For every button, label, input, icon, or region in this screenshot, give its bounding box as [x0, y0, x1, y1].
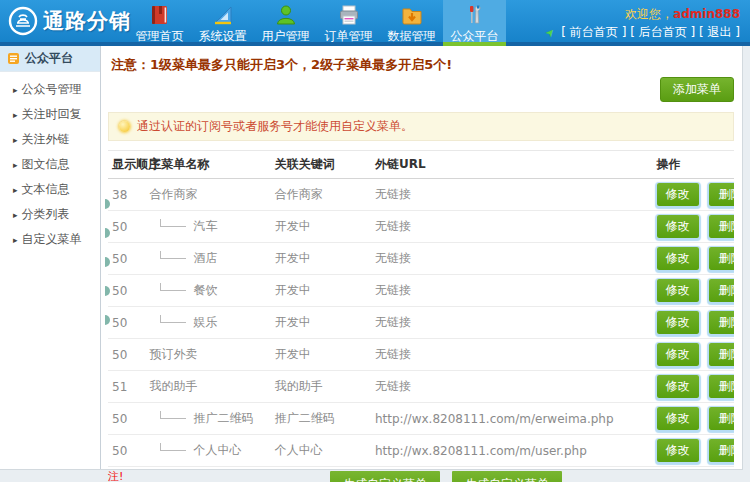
panel-icon — [7, 52, 20, 65]
green-arrow-icon: ➤ — [541, 24, 561, 43]
cell-actions: 修改 删除 — [653, 339, 734, 371]
cell-url: http://wx.8208111.com/m/user.php — [371, 435, 653, 467]
tools-icon — [463, 3, 487, 27]
link-back-home[interactable]: [ 后台首页 ] — [630, 25, 695, 39]
delete-button[interactable]: 删除 — [709, 343, 734, 366]
note-line: 注! — [108, 471, 326, 482]
tree-branch-icon — [160, 219, 186, 227]
tree-branch-icon — [160, 411, 186, 419]
table-row: 50 汽车 开发中 无链接 修改 删除 — [108, 211, 734, 243]
cell-actions: 修改 删除 — [653, 243, 734, 275]
sidebar-menu: ▸公众号管理 ▸关注时回复 ▸关注外链 ▸图文信息 ▸文本信息 ▸分类列表 ▸自… — [0, 72, 100, 252]
content-area: 公众平台 ▸公众号管理 ▸关注时回复 ▸关注外链 ▸图文信息 ▸文本信息 ▸分类… — [0, 46, 743, 470]
top-header: 通路分销 管理首页 系统设置 用户管理 — [0, 0, 750, 46]
nav-item-user-management[interactable]: 用户管理 — [254, 0, 317, 46]
cell-keyword: 推广二维码 — [271, 403, 371, 435]
delete-button[interactable]: 删除 — [709, 247, 734, 270]
cell-menu-name: 酒店 — [146, 243, 271, 275]
book-icon — [148, 3, 172, 27]
edit-button[interactable]: 修改 — [657, 183, 699, 206]
printer-icon — [337, 3, 361, 27]
edit-button[interactable]: 修改 — [657, 407, 699, 430]
cell-actions: 修改 删除 — [653, 179, 734, 211]
cell-order: 50 — [108, 275, 146, 307]
bottom-section: 注!(使用前提是已经拥有了自定义菜单的用户才能够使用。)第一步:添加菜单。第二步… — [108, 471, 734, 482]
page-notice: 注意：1级菜单最多只能开启3个，2级子菜单最多开启5个! — [111, 56, 734, 74]
cell-actions: 修改 删除 — [653, 403, 734, 435]
welcome-area: 欢迎您，admin888 ➤ [ 前台首页 ] [ 后台首页 ] [ 退出 ] — [546, 5, 740, 42]
edit-button[interactable]: 修改 — [657, 375, 699, 398]
edit-button[interactable]: 修改 — [657, 343, 699, 366]
folder-icon — [400, 3, 424, 27]
add-menu-button[interactable]: 添加菜单 — [660, 77, 734, 102]
cell-actions: 修改 删除 — [653, 435, 734, 467]
triangle-bullet-icon: ▸ — [13, 210, 18, 220]
link-front-home[interactable]: [ 前台首页 ] — [561, 25, 626, 39]
table-row: 51 我的助手 我的助手 无链接 修改 删除 — [108, 371, 734, 403]
nav-item-data-management[interactable]: 数据管理 — [380, 0, 443, 46]
generate-area: 生成自定义菜单生成自定义菜单 S 中☽❜⌨♟♗⚙ — [326, 471, 734, 482]
set-square-icon — [211, 3, 235, 27]
table-row: 50 推广二维码 推广二维码 http://wx.8208111.com/m/e… — [108, 403, 734, 435]
triangle-bullet-icon: ▸ — [13, 85, 18, 95]
sidebar-item-text-message[interactable]: ▸文本信息 — [0, 177, 100, 202]
nav-item-public-platform[interactable]: 公众平台 — [443, 0, 506, 46]
delete-button[interactable]: 删除 — [709, 375, 734, 398]
sidebar-item-account-management[interactable]: ▸公众号管理 — [0, 77, 100, 102]
nav-label: 管理首页 — [136, 29, 184, 43]
cell-url: 无链接 — [371, 243, 653, 275]
cell-order: 50 — [108, 307, 146, 339]
lightbulb-icon — [119, 121, 130, 132]
delete-button[interactable]: 删除 — [709, 439, 734, 462]
edit-button[interactable]: 修改 — [657, 311, 699, 334]
generate-custom-menu-button[interactable]: 生成自定义菜单 — [452, 471, 562, 482]
cell-order: 38 — [108, 179, 146, 211]
tree-branch-icon — [160, 315, 186, 323]
table-row: 50 预订外卖 开发中 无链接 修改 删除 — [108, 339, 734, 371]
cell-url: http://wx.8208111.com/m/erweima.php — [371, 403, 653, 435]
main-nav: 管理首页 系统设置 用户管理 订单管理 — [128, 0, 506, 46]
delete-button[interactable]: 删除 — [709, 215, 734, 238]
table-row: 38 合作商家 合作商家 无链接 修改 删除 — [108, 179, 734, 211]
welcome-text: 欢迎您，admin888 — [546, 5, 740, 23]
delete-button[interactable]: 删除 — [709, 279, 734, 302]
delete-button[interactable]: 删除 — [709, 407, 734, 430]
brand: 通路分销 — [8, 6, 131, 36]
delete-button[interactable]: 删除 — [709, 183, 734, 206]
cell-url: 无链接 — [371, 275, 653, 307]
triangle-bullet-icon: ▸ — [13, 135, 18, 145]
sidebar: 公众平台 ▸公众号管理 ▸关注时回复 ▸关注外链 ▸图文信息 ▸文本信息 ▸分类… — [0, 46, 101, 469]
edit-button[interactable]: 修改 — [657, 439, 699, 462]
nav-label: 用户管理 — [262, 29, 310, 43]
edit-button[interactable]: 修改 — [657, 247, 699, 270]
nav-item-system-settings[interactable]: 系统设置 — [191, 0, 254, 46]
cell-actions: 修改 删除 — [653, 307, 734, 339]
cell-url: 无链接 — [371, 179, 653, 211]
cell-actions: 修改 删除 — [653, 371, 734, 403]
red-notes: 注!(使用前提是已经拥有了自定义菜单的用户才能够使用。)第一步:添加菜单。第二步… — [108, 471, 326, 482]
cell-menu-name: 娱乐 — [146, 307, 271, 339]
table-row: 50 娱乐 开发中 无链接 修改 删除 — [108, 307, 734, 339]
cell-url: 无链接 — [371, 307, 653, 339]
sidebar-item-custom-menu[interactable]: ▸自定义菜单 — [0, 227, 100, 252]
sidebar-item-follow-reply[interactable]: ▸关注时回复 — [0, 102, 100, 127]
cell-keyword: 合作商家 — [271, 179, 371, 211]
nav-item-admin-home[interactable]: 管理首页 — [128, 0, 191, 46]
sidebar-title: 公众平台 — [0, 46, 100, 72]
cell-order: 50 — [108, 243, 146, 275]
link-logout[interactable]: [ 退出 ] — [699, 25, 740, 39]
col-header-actions: 操作 — [653, 151, 734, 179]
cell-order: 50 — [108, 339, 146, 371]
generate-custom-menu-button[interactable]: 生成自定义菜单 — [330, 471, 440, 482]
sidebar-item-image-text[interactable]: ▸图文信息 — [0, 152, 100, 177]
col-header-order: 显示顺序 — [108, 151, 146, 179]
cell-order: 50 — [108, 403, 146, 435]
delete-button[interactable]: 删除 — [709, 311, 734, 334]
cell-keyword: 开发中 — [271, 307, 371, 339]
cell-menu-name: 汽车 — [146, 211, 271, 243]
edit-button[interactable]: 修改 — [657, 215, 699, 238]
sidebar-item-follow-link[interactable]: ▸关注外链 — [0, 127, 100, 152]
edit-button[interactable]: 修改 — [657, 279, 699, 302]
nav-item-order-management[interactable]: 订单管理 — [317, 0, 380, 46]
sidebar-item-category-list[interactable]: ▸分类列表 — [0, 202, 100, 227]
